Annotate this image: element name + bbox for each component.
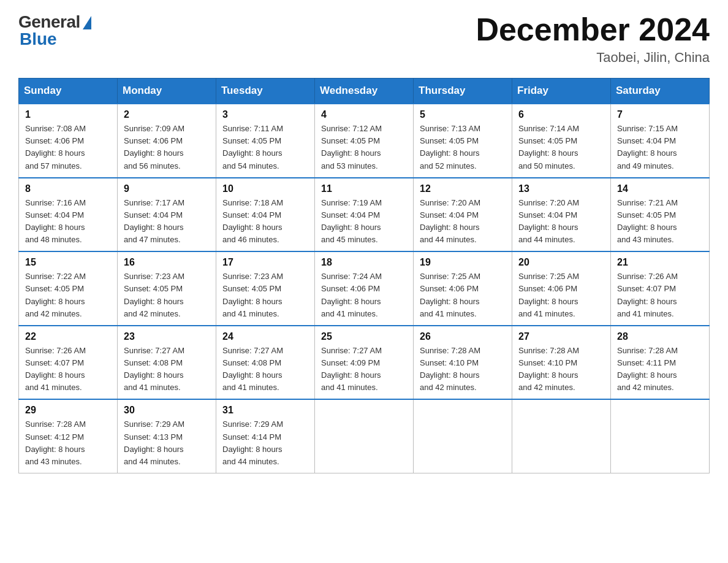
- day-number: 28: [617, 331, 703, 342]
- col-wednesday: Wednesday: [315, 79, 414, 104]
- logo-triangle-icon: [83, 16, 91, 29]
- day-info: Sunrise: 7:26 AM Sunset: 4:07 PM Dayligh…: [617, 270, 703, 320]
- table-row: 24 Sunrise: 7:27 AM Sunset: 4:08 PM Dayl…: [216, 326, 315, 400]
- day-info: Sunrise: 7:16 AM Sunset: 4:04 PM Dayligh…: [25, 197, 111, 247]
- table-row: [512, 399, 611, 473]
- day-info: Sunrise: 7:28 AM Sunset: 4:11 PM Dayligh…: [617, 345, 703, 394]
- table-row: 5 Sunrise: 7:13 AM Sunset: 4:05 PM Dayli…: [414, 104, 512, 178]
- day-number: 3: [222, 109, 308, 120]
- day-number: 30: [124, 405, 210, 416]
- table-row: 18 Sunrise: 7:24 AM Sunset: 4:06 PM Dayl…: [315, 251, 414, 326]
- table-row: 23 Sunrise: 7:27 AM Sunset: 4:08 PM Dayl…: [118, 326, 216, 400]
- logo-blue-text: Blue: [20, 29, 57, 49]
- title-section: December 2024 Taobei, Jilin, China: [476, 12, 710, 66]
- day-info: Sunrise: 7:28 AM Sunset: 4:10 PM Dayligh…: [420, 345, 506, 394]
- table-row: 26 Sunrise: 7:28 AM Sunset: 4:10 PM Dayl…: [414, 326, 512, 400]
- table-row: 29 Sunrise: 7:28 AM Sunset: 4:12 PM Dayl…: [19, 399, 118, 473]
- table-row: 30 Sunrise: 7:29 AM Sunset: 4:13 PM Dayl…: [118, 399, 216, 473]
- table-row: 28 Sunrise: 7:28 AM Sunset: 4:11 PM Dayl…: [611, 326, 710, 400]
- day-info: Sunrise: 7:19 AM Sunset: 4:04 PM Dayligh…: [321, 197, 407, 247]
- calendar-week-row: 22 Sunrise: 7:26 AM Sunset: 4:07 PM Dayl…: [19, 326, 710, 400]
- day-number: 11: [321, 183, 407, 194]
- day-info: Sunrise: 7:25 AM Sunset: 4:06 PM Dayligh…: [420, 270, 506, 320]
- table-row: 19 Sunrise: 7:25 AM Sunset: 4:06 PM Dayl…: [414, 251, 512, 326]
- calendar-week-row: 15 Sunrise: 7:22 AM Sunset: 4:05 PM Dayl…: [19, 251, 710, 326]
- table-row: 14 Sunrise: 7:21 AM Sunset: 4:05 PM Dayl…: [611, 178, 710, 252]
- day-info: Sunrise: 7:18 AM Sunset: 4:04 PM Dayligh…: [222, 197, 308, 247]
- table-row: 13 Sunrise: 7:20 AM Sunset: 4:04 PM Dayl…: [512, 178, 611, 252]
- calendar-week-row: 29 Sunrise: 7:28 AM Sunset: 4:12 PM Dayl…: [19, 399, 710, 473]
- table-row: 17 Sunrise: 7:23 AM Sunset: 4:05 PM Dayl…: [216, 251, 315, 326]
- day-number: 15: [25, 257, 111, 268]
- day-info: Sunrise: 7:21 AM Sunset: 4:05 PM Dayligh…: [617, 197, 703, 247]
- day-info: Sunrise: 7:28 AM Sunset: 4:12 PM Dayligh…: [25, 418, 111, 468]
- col-saturday: Saturday: [611, 79, 710, 104]
- table-row: 16 Sunrise: 7:23 AM Sunset: 4:05 PM Dayl…: [118, 251, 216, 326]
- day-number: 13: [518, 183, 604, 194]
- table-row: 3 Sunrise: 7:11 AM Sunset: 4:05 PM Dayli…: [216, 104, 315, 178]
- day-number: 14: [617, 183, 703, 194]
- col-sunday: Sunday: [19, 79, 118, 104]
- table-row: 22 Sunrise: 7:26 AM Sunset: 4:07 PM Dayl…: [19, 326, 118, 400]
- day-info: Sunrise: 7:28 AM Sunset: 4:10 PM Dayligh…: [518, 345, 604, 394]
- day-info: Sunrise: 7:20 AM Sunset: 4:04 PM Dayligh…: [420, 197, 506, 247]
- day-number: 2: [124, 109, 210, 120]
- day-info: Sunrise: 7:13 AM Sunset: 4:05 PM Dayligh…: [420, 123, 506, 172]
- day-info: Sunrise: 7:11 AM Sunset: 4:05 PM Dayligh…: [222, 123, 308, 172]
- table-row: 12 Sunrise: 7:20 AM Sunset: 4:04 PM Dayl…: [414, 178, 512, 252]
- day-number: 29: [25, 405, 111, 416]
- day-number: 25: [321, 331, 407, 342]
- day-info: Sunrise: 7:20 AM Sunset: 4:04 PM Dayligh…: [518, 197, 604, 247]
- table-row: 7 Sunrise: 7:15 AM Sunset: 4:04 PM Dayli…: [611, 104, 710, 178]
- table-row: 6 Sunrise: 7:14 AM Sunset: 4:05 PM Dayli…: [512, 104, 611, 178]
- day-number: 12: [420, 183, 506, 194]
- day-info: Sunrise: 7:08 AM Sunset: 4:06 PM Dayligh…: [25, 123, 111, 172]
- page-header: General Blue December 2024 Taobei, Jilin…: [18, 12, 710, 66]
- location-text: Taobei, Jilin, China: [476, 50, 710, 66]
- day-info: Sunrise: 7:23 AM Sunset: 4:05 PM Dayligh…: [222, 270, 308, 320]
- day-info: Sunrise: 7:14 AM Sunset: 4:05 PM Dayligh…: [518, 123, 604, 172]
- day-number: 8: [25, 183, 111, 194]
- calendar-week-row: 1 Sunrise: 7:08 AM Sunset: 4:06 PM Dayli…: [19, 104, 710, 178]
- day-number: 21: [617, 257, 703, 268]
- table-row: 1 Sunrise: 7:08 AM Sunset: 4:06 PM Dayli…: [19, 104, 118, 178]
- day-number: 1: [25, 109, 111, 120]
- day-number: 22: [25, 331, 111, 342]
- table-row: 2 Sunrise: 7:09 AM Sunset: 4:06 PM Dayli…: [118, 104, 216, 178]
- day-number: 5: [420, 109, 506, 120]
- col-thursday: Thursday: [414, 79, 512, 104]
- day-info: Sunrise: 7:29 AM Sunset: 4:14 PM Dayligh…: [222, 418, 308, 468]
- table-row: [315, 399, 414, 473]
- table-row: 31 Sunrise: 7:29 AM Sunset: 4:14 PM Dayl…: [216, 399, 315, 473]
- day-info: Sunrise: 7:17 AM Sunset: 4:04 PM Dayligh…: [124, 197, 210, 247]
- table-row: 4 Sunrise: 7:12 AM Sunset: 4:05 PM Dayli…: [315, 104, 414, 178]
- day-info: Sunrise: 7:15 AM Sunset: 4:04 PM Dayligh…: [617, 123, 703, 172]
- day-info: Sunrise: 7:24 AM Sunset: 4:06 PM Dayligh…: [321, 270, 407, 320]
- table-row: 20 Sunrise: 7:25 AM Sunset: 4:06 PM Dayl…: [512, 251, 611, 326]
- table-row: 11 Sunrise: 7:19 AM Sunset: 4:04 PM Dayl…: [315, 178, 414, 252]
- day-number: 19: [420, 257, 506, 268]
- col-friday: Friday: [512, 79, 611, 104]
- day-number: 23: [124, 331, 210, 342]
- col-monday: Monday: [118, 79, 216, 104]
- day-number: 31: [222, 405, 308, 416]
- day-info: Sunrise: 7:09 AM Sunset: 4:06 PM Dayligh…: [124, 123, 210, 172]
- table-row: [611, 399, 710, 473]
- day-number: 10: [222, 183, 308, 194]
- day-info: Sunrise: 7:22 AM Sunset: 4:05 PM Dayligh…: [25, 270, 111, 320]
- month-title: December 2024: [476, 12, 710, 47]
- calendar-week-row: 8 Sunrise: 7:16 AM Sunset: 4:04 PM Dayli…: [19, 178, 710, 252]
- table-row: 8 Sunrise: 7:16 AM Sunset: 4:04 PM Dayli…: [19, 178, 118, 252]
- calendar-header-row: Sunday Monday Tuesday Wednesday Thursday…: [19, 79, 710, 104]
- day-number: 18: [321, 257, 407, 268]
- day-number: 20: [518, 257, 604, 268]
- day-info: Sunrise: 7:29 AM Sunset: 4:13 PM Dayligh…: [124, 418, 210, 468]
- day-info: Sunrise: 7:26 AM Sunset: 4:07 PM Dayligh…: [25, 345, 111, 394]
- table-row: 10 Sunrise: 7:18 AM Sunset: 4:04 PM Dayl…: [216, 178, 315, 252]
- day-info: Sunrise: 7:25 AM Sunset: 4:06 PM Dayligh…: [518, 270, 604, 320]
- day-number: 9: [124, 183, 210, 194]
- day-number: 16: [124, 257, 210, 268]
- day-number: 27: [518, 331, 604, 342]
- table-row: 9 Sunrise: 7:17 AM Sunset: 4:04 PM Dayli…: [118, 178, 216, 252]
- day-info: Sunrise: 7:23 AM Sunset: 4:05 PM Dayligh…: [124, 270, 210, 320]
